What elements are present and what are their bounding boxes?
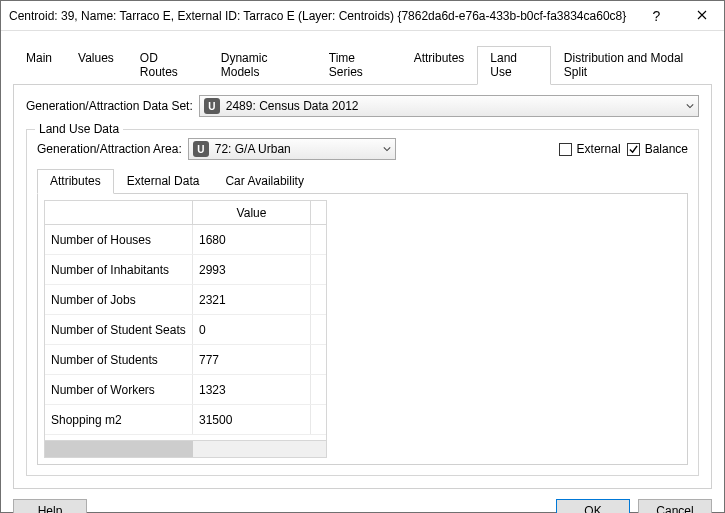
tab-distribution-and-modal-split[interactable]: Distribution and Modal Split [551, 46, 712, 85]
attr-value[interactable]: 1680 [193, 225, 311, 254]
attr-value[interactable]: 2321 [193, 285, 311, 314]
content: MainValuesOD RoutesDynamic ModelsTime Se… [1, 31, 724, 499]
attr-name: Number of Student Seats [45, 315, 193, 344]
table-row[interactable]: Shopping m231500 [45, 405, 326, 435]
attr-name: Number of Inhabitants [45, 255, 193, 284]
table-row[interactable]: Number of Student Seats0 [45, 315, 326, 345]
attr-value[interactable]: 777 [193, 345, 311, 374]
area-label: Generation/Attraction Area: [37, 142, 182, 156]
tab-panel-land-use: Generation/Attraction Data Set: U 2489: … [13, 85, 712, 489]
chevron-down-icon [686, 103, 694, 109]
external-checkbox[interactable]: External [559, 142, 621, 156]
help-button[interactable]: Help [13, 499, 87, 513]
tab-dynamic-models[interactable]: Dynamic Models [208, 46, 316, 85]
attr-value[interactable]: 0 [193, 315, 311, 344]
attr-value[interactable]: 2993 [193, 255, 311, 284]
cancel-button-label: Cancel [656, 504, 693, 514]
sub-panel-attributes: Value Number of Houses1680Number of Inha… [37, 194, 688, 465]
dataset-value: 2489: Census Data 2012 [226, 99, 359, 113]
ok-button-label: OK [584, 504, 601, 514]
help-icon: ? [653, 8, 661, 24]
cancel-button[interactable]: Cancel [638, 499, 712, 513]
table-header-value: Value [193, 201, 311, 224]
table-row[interactable]: Number of Houses1680 [45, 225, 326, 255]
window-title: Centroid: 39, Name: Tarraco E, External … [9, 9, 634, 23]
dataset-icon: U [204, 98, 220, 114]
table-row[interactable]: Number of Inhabitants2993 [45, 255, 326, 285]
table-row[interactable]: Number of Workers1323 [45, 375, 326, 405]
external-checkbox-label: External [577, 142, 621, 156]
tab-time-series[interactable]: Time Series [316, 46, 401, 85]
close-icon [697, 9, 707, 23]
help-button[interactable]: ? [634, 1, 679, 30]
dataset-row: Generation/Attraction Data Set: U 2489: … [26, 95, 699, 117]
help-button-label: Help [38, 504, 63, 514]
sub-tabstrip: AttributesExternal DataCar Availability [37, 168, 688, 194]
attr-value[interactable]: 1323 [193, 375, 311, 404]
horizontal-scrollbar[interactable] [45, 440, 326, 457]
dataset-dropdown[interactable]: U 2489: Census Data 2012 [199, 95, 699, 117]
dialog-window: Centroid: 39, Name: Tarraco E, External … [0, 0, 725, 513]
tab-od-routes[interactable]: OD Routes [127, 46, 208, 85]
subtab-attributes[interactable]: Attributes [37, 169, 114, 194]
attr-name: Number of Jobs [45, 285, 193, 314]
subtab-external-data[interactable]: External Data [114, 169, 213, 194]
titlebar: Centroid: 39, Name: Tarraco E, External … [1, 1, 724, 31]
area-icon: U [193, 141, 209, 157]
ok-button[interactable]: OK [556, 499, 630, 513]
tab-attributes[interactable]: Attributes [401, 46, 478, 85]
table-header: Value [45, 201, 326, 225]
tab-main[interactable]: Main [13, 46, 65, 85]
dialog-footer: Help OK Cancel [1, 499, 724, 513]
dataset-label: Generation/Attraction Data Set: [26, 99, 193, 113]
land-use-groupbox: Land Use Data Generation/Attraction Area… [26, 129, 699, 476]
table-row[interactable]: Number of Students777 [45, 345, 326, 375]
attributes-table: Value Number of Houses1680Number of Inha… [44, 200, 327, 458]
table-header-blank [45, 201, 193, 224]
table-body: Number of Houses1680Number of Inhabitant… [45, 225, 326, 440]
chevron-down-icon [383, 146, 391, 152]
attr-value[interactable]: 31500 [193, 405, 311, 434]
table-row[interactable]: Number of Jobs2321 [45, 285, 326, 315]
subtab-car-availability[interactable]: Car Availability [212, 169, 316, 194]
attr-name: Shopping m2 [45, 405, 193, 434]
groupbox-title: Land Use Data [35, 122, 123, 136]
tab-land-use[interactable]: Land Use [477, 46, 551, 85]
area-row: Generation/Attraction Area: U 72: G/A Ur… [37, 138, 688, 160]
area-value: 72: G/A Urban [215, 142, 291, 156]
close-button[interactable] [679, 1, 724, 30]
balance-checkbox[interactable]: Balance [627, 142, 688, 156]
main-tabstrip: MainValuesOD RoutesDynamic ModelsTime Se… [13, 45, 712, 85]
checkbox-box-icon [627, 143, 640, 156]
area-dropdown[interactable]: U 72: G/A Urban [188, 138, 396, 160]
tab-values[interactable]: Values [65, 46, 127, 85]
attr-name: Number of Students [45, 345, 193, 374]
scrollbar-thumb[interactable] [45, 441, 193, 457]
checkbox-box-icon [559, 143, 572, 156]
balance-checkbox-label: Balance [645, 142, 688, 156]
attr-name: Number of Houses [45, 225, 193, 254]
attr-name: Number of Workers [45, 375, 193, 404]
